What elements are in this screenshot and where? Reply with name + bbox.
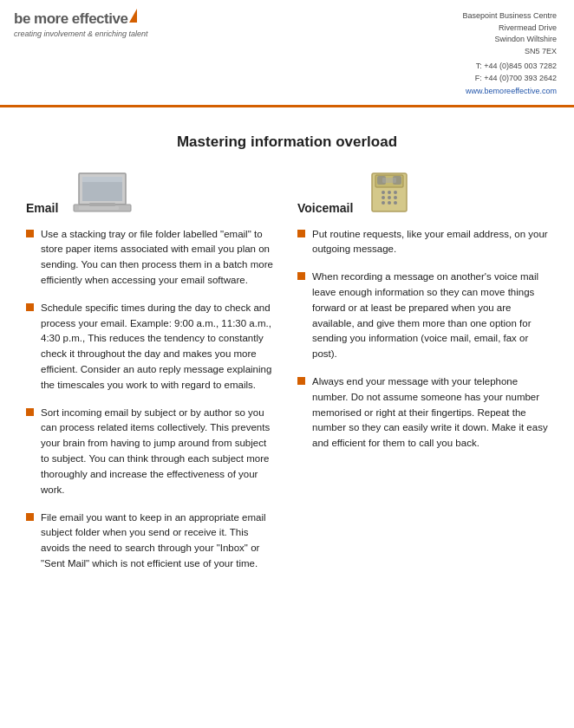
vm-bullet-icon-3	[297, 377, 305, 385]
logo-triangle-icon	[129, 9, 137, 23]
address-line-3: Swindon Wiltshire	[462, 34, 557, 46]
page: be more effective creating involvement &…	[0, 0, 574, 728]
email-bullet-1: Use a stacking tray or file folder label…	[26, 227, 277, 289]
svg-rect-10	[382, 178, 396, 183]
page-title: Mastering information overload	[26, 133, 548, 151]
logo-brand: be more effective	[14, 10, 127, 27]
two-column-layout: Email	[26, 170, 548, 584]
svg-point-11	[382, 191, 385, 194]
voicemail-bullet-1: Put routine requests, like your email ad…	[297, 227, 548, 258]
voicemail-bullet-text-3: Always end your message with your teleph…	[312, 374, 548, 452]
bullet-icon-1	[26, 230, 34, 237]
svg-point-18	[388, 201, 391, 205]
email-bullet-text-4: File email you want to keep in an approp…	[41, 510, 277, 572]
vm-bullet-icon-2	[297, 272, 305, 280]
header: be more effective creating involvement &…	[0, 0, 574, 105]
svg-point-17	[382, 201, 385, 205]
voicemail-bullet-3: Always end your message with your teleph…	[297, 374, 548, 452]
voicemail-title: Voicemail	[297, 201, 353, 215]
website-link[interactable]: www.bemoreeffective.com	[466, 87, 557, 95]
voicemail-column: Voicemail	[297, 170, 548, 465]
svg-point-12	[388, 191, 391, 194]
logo-sub: creating involvement & enriching talent	[14, 29, 148, 38]
bullet-icon-4	[26, 513, 34, 521]
fax: F: +44 (0)700 393 2642	[462, 73, 557, 85]
svg-rect-2	[82, 177, 122, 182]
voicemail-bullet-text-1: Put routine requests, like your email ad…	[312, 227, 548, 258]
address-line-1: Basepoint Business Centre	[462, 10, 557, 23]
voicemail-bullet-text-2: When recording a message on another's vo…	[312, 270, 548, 362]
address-line-4: SN5 7EX	[462, 46, 557, 58]
svg-rect-4	[89, 203, 115, 206]
laptop-icon	[72, 170, 133, 215]
logo-area: be more effective creating involvement &…	[14, 10, 148, 38]
email-bullet-text-2: Schedule specific times during the day t…	[41, 301, 277, 393]
vm-bullet-icon-1	[297, 230, 305, 237]
svg-point-13	[394, 191, 397, 194]
voicemail-bullet-list: Put routine requests, like your email ad…	[297, 227, 548, 452]
phone: T: +44 (0)845 003 7282	[462, 61, 557, 73]
address-area: Basepoint Business Centre Rivermead Driv…	[462, 10, 557, 98]
email-column: Email	[26, 170, 277, 584]
voicemail-header: Voicemail	[297, 170, 548, 215]
phone-icon	[367, 170, 412, 215]
bullet-icon-2	[26, 303, 34, 311]
svg-point-14	[382, 196, 385, 199]
email-header: Email	[26, 170, 277, 215]
email-bullet-list: Use a stacking tray or file folder label…	[26, 227, 277, 572]
bullet-icon-3	[26, 408, 34, 416]
email-title: Email	[26, 201, 58, 215]
svg-point-19	[394, 201, 397, 205]
email-bullet-4: File email you want to keep in an approp…	[26, 510, 277, 572]
email-bullet-3: Sort incoming email by subject or by aut…	[26, 406, 277, 498]
email-bullet-text-3: Sort incoming email by subject or by aut…	[41, 406, 277, 498]
logo-text: be more effective	[14, 10, 148, 28]
svg-rect-5	[79, 206, 119, 210]
email-bullet-text-1: Use a stacking tray or file folder label…	[41, 227, 277, 289]
main-content: Mastering information overload Email	[0, 107, 574, 601]
svg-point-15	[388, 196, 391, 199]
voicemail-bullet-2: When recording a message on another's vo…	[297, 270, 548, 362]
email-bullet-2: Schedule specific times during the day t…	[26, 301, 277, 393]
address-line-2: Rivermead Drive	[462, 23, 557, 35]
svg-point-16	[394, 196, 397, 199]
